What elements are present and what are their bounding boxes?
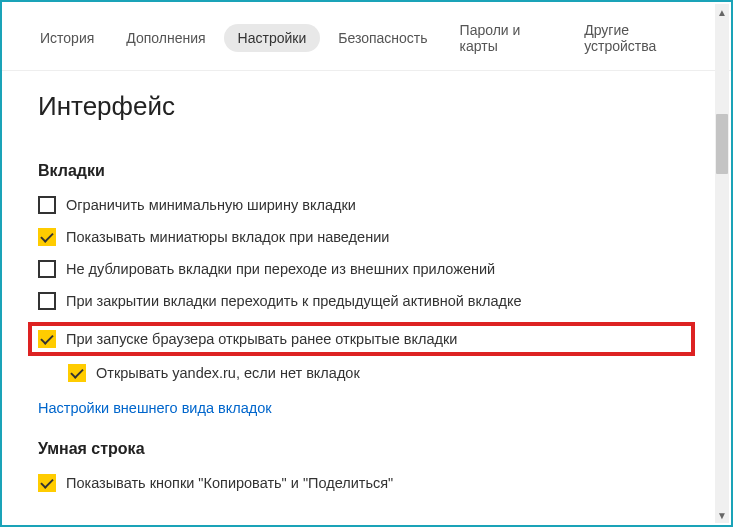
section-tabs: Вкладки Ограничить минимальную ширину вк… — [38, 162, 695, 416]
option-show-copy-share: Показывать кнопки "Копировать" и "Подели… — [38, 472, 695, 494]
vertical-scrollbar[interactable]: ▲ ▼ — [715, 4, 729, 523]
checkbox-open-yandex[interactable] — [68, 364, 86, 382]
scroll-thumb[interactable] — [716, 114, 728, 174]
section-title-smart-line: Умная строка — [38, 440, 695, 458]
label-limit-min-width: Ограничить минимальную ширину вкладки — [66, 197, 356, 213]
option-limit-min-width: Ограничить минимальную ширину вкладки — [38, 194, 695, 216]
page-title: Интерфейс — [38, 91, 695, 122]
label-open-yandex: Открывать yandex.ru, если нет вкладок — [96, 365, 360, 381]
section-smart-line: Умная строка Показывать кнопки "Копирова… — [38, 440, 695, 494]
scroll-down-icon[interactable]: ▼ — [715, 507, 729, 523]
checkbox-show-copy-share[interactable] — [38, 474, 56, 492]
label-no-duplicate: Не дублировать вкладки при переходе из в… — [66, 261, 495, 277]
tab-passwords[interactable]: Пароли и карты — [446, 16, 567, 60]
option-restore-on-start: При запуске браузера открывать ранее отк… — [28, 322, 695, 356]
checkbox-show-thumbnails[interactable] — [38, 228, 56, 246]
tab-security[interactable]: Безопасность — [324, 24, 441, 52]
settings-tabs: История Дополнения Настройки Безопасност… — [2, 2, 731, 71]
checkbox-no-duplicate[interactable] — [38, 260, 56, 278]
checkbox-limit-min-width[interactable] — [38, 196, 56, 214]
label-show-copy-share: Показывать кнопки "Копировать" и "Подели… — [66, 475, 393, 491]
checkbox-prev-active[interactable] — [38, 292, 56, 310]
label-show-thumbnails: Показывать миниатюры вкладок при наведен… — [66, 229, 389, 245]
tab-addons[interactable]: Дополнения — [112, 24, 219, 52]
option-open-yandex: Открывать yandex.ru, если нет вкладок — [68, 362, 695, 384]
option-show-thumbnails: Показывать миниатюры вкладок при наведен… — [38, 226, 695, 248]
checkbox-restore-on-start[interactable] — [38, 330, 56, 348]
link-tab-appearance[interactable]: Настройки внешнего вида вкладок — [38, 400, 272, 416]
settings-content: Интерфейс Вкладки Ограничить минимальную… — [2, 71, 731, 494]
tab-devices[interactable]: Другие устройства — [570, 16, 707, 60]
tab-history[interactable]: История — [26, 24, 108, 52]
label-restore-on-start: При запуске браузера открывать ранее отк… — [66, 331, 457, 347]
tab-settings[interactable]: Настройки — [224, 24, 321, 52]
scroll-up-icon[interactable]: ▲ — [715, 4, 729, 20]
option-no-duplicate: Не дублировать вкладки при переходе из в… — [38, 258, 695, 280]
option-prev-active: При закрытии вкладки переходить к предыд… — [38, 290, 695, 312]
label-prev-active: При закрытии вкладки переходить к предыд… — [66, 293, 522, 309]
section-title-tabs: Вкладки — [38, 162, 695, 180]
